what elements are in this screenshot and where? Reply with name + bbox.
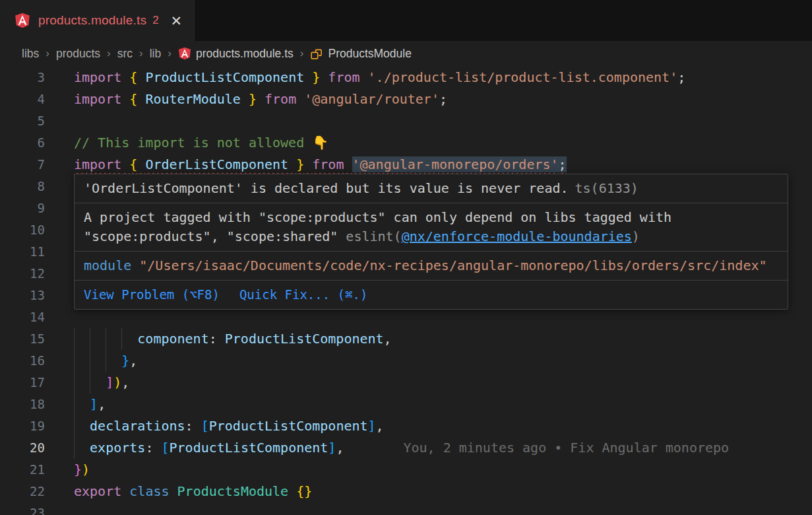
- code-token: from: [265, 91, 296, 107]
- code-token: '@angular-monorepo/orders': [352, 156, 559, 172]
- code-line-4[interactable]: import { RouterModule } from '@angular/r…: [74, 88, 812, 110]
- line-number-9: 9: [0, 197, 45, 219]
- close-icon[interactable]: ✕: [171, 14, 183, 28]
- code-token: import: [74, 69, 121, 85]
- code-token: [344, 156, 352, 172]
- code-token: ProductListComponent: [225, 331, 384, 347]
- code-token: ;: [677, 69, 685, 85]
- code-line-17[interactable]: ]),: [74, 372, 812, 394]
- code-token: ]: [90, 396, 98, 412]
- code-line-7[interactable]: import { OrderListComponent } from '@ang…: [74, 154, 812, 176]
- code-token: '@angular/router': [304, 91, 439, 107]
- editor[interactable]: 34567891011121314151617181920212223 impo…: [0, 66, 812, 515]
- code-token: [288, 156, 296, 172]
- code-token: OrderListComponent: [145, 156, 288, 172]
- tab-problems-badge: 2: [152, 14, 158, 27]
- code-token: {: [129, 156, 137, 172]
- code-token: [241, 91, 249, 107]
- line-number-13: 13: [0, 285, 45, 306]
- line-number-12: 12: [0, 263, 45, 285]
- code-line-3[interactable]: import { ProductListComponent } from './…: [74, 67, 812, 88]
- code-token: [: [201, 418, 209, 434]
- code-line-19[interactable]: declarations: [ProductListComponent],: [74, 415, 812, 437]
- hover-ts-diagnostic: 'OrderListComponent' is declared but its…: [75, 174, 788, 203]
- code-token: import: [74, 156, 121, 172]
- code-token: [288, 483, 296, 499]
- indent-guide: [74, 415, 90, 437]
- code-line-16[interactable]: },: [74, 350, 812, 372]
- code-token: [137, 91, 145, 107]
- code-token: [: [161, 440, 169, 456]
- code-token: // This import is not allowed: [74, 135, 312, 151]
- ts-message: 'OrderListComponent' is declared but its…: [84, 180, 569, 196]
- eslint-source-suffix: ): [632, 228, 640, 244]
- code-token: 👇: [312, 135, 328, 151]
- code-token: }: [74, 462, 82, 477]
- code-token: declarations: [90, 418, 185, 434]
- breadcrumb-item-libs[interactable]: libs: [22, 47, 39, 61]
- indent-guide: [74, 394, 90, 415]
- breadcrumb-item-symbol[interactable]: ProductsModule: [328, 47, 411, 61]
- code-token: ProductListComponent: [170, 440, 328, 456]
- code-token: [304, 69, 312, 85]
- code-line-18[interactable]: ],: [74, 394, 812, 415]
- code-line-15[interactable]: component: ProductListComponent,: [74, 328, 812, 350]
- breadcrumb-item-src[interactable]: src: [117, 47, 133, 61]
- line-number-8: 8: [0, 176, 45, 197]
- code-token: ,: [384, 331, 392, 347]
- code-token: ): [113, 374, 121, 390]
- indent-guide: [121, 328, 137, 350]
- code-token: from: [328, 69, 359, 85]
- chevron-right-icon: ›: [107, 47, 111, 60]
- eslint-rule-link[interactable]: @nx/enforce-module-boundaries: [402, 228, 632, 244]
- view-problem-button[interactable]: View Problem (⌥F8): [84, 285, 220, 304]
- line-number-15: 15: [0, 328, 45, 350]
- code-token: {: [129, 91, 137, 107]
- code-line-22[interactable]: export class ProductsModule {}: [74, 481, 812, 502]
- code-line-5[interactable]: [74, 110, 812, 132]
- code-line-6[interactable]: // This import is not allowed 👇: [74, 132, 812, 154]
- breadcrumb-item-file[interactable]: products.module.ts: [196, 47, 294, 61]
- line-number-18: 18: [0, 394, 45, 415]
- indent-guide: [74, 328, 90, 350]
- code-token: ProductsModule: [177, 483, 289, 499]
- code-token: ]: [328, 440, 336, 456]
- indent-guide: [90, 328, 106, 350]
- code-token: {}: [296, 483, 312, 499]
- line-number-19: 19: [0, 415, 45, 437]
- code-token: ;: [559, 156, 567, 172]
- code-token: [121, 156, 129, 172]
- breadcrumb: libs › products › src › lib › products.m…: [0, 41, 812, 66]
- line-number-17: 17: [0, 372, 45, 394]
- class-symbol-icon: [310, 47, 323, 60]
- quick-fix-button[interactable]: Quick Fix... (⌘.): [239, 285, 367, 304]
- indent-guide: [90, 350, 106, 372]
- code-token: [296, 91, 304, 107]
- code-token: ,: [98, 396, 106, 412]
- code-line-20[interactable]: exports: [ProductListComponent],You, 2 m…: [74, 437, 812, 459]
- code-token: [170, 483, 177, 499]
- line-number-11: 11: [0, 241, 45, 263]
- code-token: ]: [368, 418, 376, 434]
- eslint-source-prefix: eslint(: [346, 228, 401, 244]
- code-token: class: [129, 483, 169, 499]
- hover-actions: View Problem (⌥F8) Quick Fix... (⌘.): [75, 281, 788, 309]
- code-line-23[interactable]: [74, 502, 812, 515]
- line-number-10: 10: [0, 219, 45, 241]
- code-token: [360, 69, 368, 85]
- line-number-6: 6: [0, 132, 45, 154]
- code-token: [257, 91, 265, 107]
- code-line-21[interactable]: }): [74, 459, 812, 481]
- breadcrumb-item-products[interactable]: products: [56, 47, 100, 61]
- tab-title: products.module.ts: [38, 13, 146, 28]
- breadcrumb-item-lib[interactable]: lib: [150, 47, 162, 61]
- code-token: [137, 156, 145, 172]
- hover-tooltip: 'OrderListComponent' is declared but its…: [74, 174, 788, 310]
- chevron-right-icon: ›: [168, 47, 172, 60]
- chevron-right-icon: ›: [139, 47, 143, 60]
- git-blame-annotation: You, 2 minutes ago • Fix Angular monorep…: [403, 440, 729, 456]
- code-token: import: [74, 91, 121, 107]
- tab-bar: products.module.ts 2 ✕: [0, 0, 812, 41]
- code-token: }: [121, 353, 129, 368]
- tab-products-module[interactable]: products.module.ts 2 ✕: [0, 0, 196, 41]
